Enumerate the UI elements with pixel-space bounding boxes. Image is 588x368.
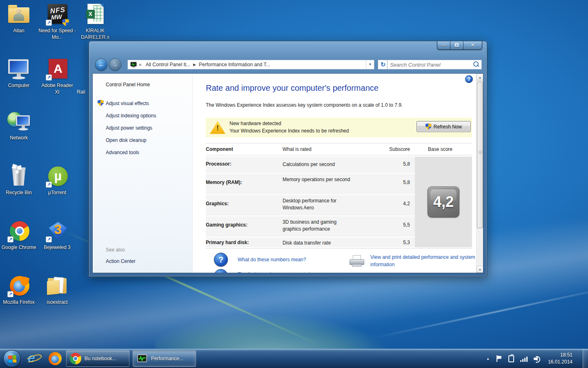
desktop-icon-adobe-reader[interactable]: A ↗ Adobe Reader XI bbox=[38, 57, 76, 95]
scrollbar-thumb[interactable] bbox=[477, 82, 483, 228]
desktop-icon-label: KİRALIK DAİRELER.x bbox=[76, 27, 114, 40]
desktop-icon-google-chrome[interactable]: ↗ Google Chrome bbox=[0, 219, 38, 251]
shortcut-arrow-icon: ↗ bbox=[7, 236, 13, 242]
maximize-button[interactable] bbox=[450, 41, 463, 50]
power-plug-icon[interactable] bbox=[508, 355, 514, 362]
show-desktop-button[interactable] bbox=[583, 349, 588, 368]
back-button[interactable]: ← bbox=[95, 58, 107, 71]
sidebar-item-adjust-visual-effects[interactable]: Adjust visual effects bbox=[106, 101, 149, 106]
subscore-value: 5,5 bbox=[377, 222, 410, 228]
taskbar-icon-firefox[interactable] bbox=[47, 350, 63, 367]
desktop-icon-bejeweled[interactable]: 3 ↗ Bejeweled 3 bbox=[38, 219, 76, 251]
network-icon bbox=[7, 110, 31, 133]
breadcrumb-overflow-chevron[interactable]: « bbox=[139, 62, 142, 67]
rated-description: Disk data transfer rate bbox=[283, 240, 355, 247]
taskbar: e Bu notebook... Performance... ▲ 18: bbox=[0, 349, 588, 368]
navigation-bar: ← → « All Control Panel It... ▶ Performa… bbox=[92, 58, 483, 71]
search-icon[interactable] bbox=[472, 61, 480, 69]
desktop: Altan NFSMW ↗ Need for Speed - Mo... X K… bbox=[0, 0, 588, 368]
search-input[interactable] bbox=[388, 62, 472, 68]
network-signal-icon[interactable] bbox=[520, 356, 528, 362]
sidebar-item-action-center[interactable]: Action Center bbox=[106, 258, 136, 264]
help-icon[interactable]: ? bbox=[465, 75, 473, 83]
desktop-icon-computer[interactable]: Computer bbox=[0, 57, 38, 89]
desktop-icon-label: Computer bbox=[0, 82, 38, 89]
sidebar-item-adjust-indexing-options[interactable]: Adjust indexing options bbox=[106, 113, 156, 119]
base-score-badge: 4,2 bbox=[428, 186, 459, 218]
uac-shield-icon bbox=[98, 100, 104, 106]
rated-description: Desktop performance for Windows Aero bbox=[283, 197, 355, 212]
link-tips-improving[interactable]: Tips for improving your computer's bbox=[238, 272, 312, 273]
taskbar-button-chrome[interactable]: Bu notebook... bbox=[66, 350, 129, 367]
divider bbox=[206, 248, 472, 249]
forward-button[interactable]: → bbox=[109, 58, 121, 71]
breadcrumb-separator-icon: ▶ bbox=[192, 63, 197, 67]
sidebar-item-control-panel-home[interactable]: Control Panel Home bbox=[106, 82, 150, 88]
subscore-value: 5,8 bbox=[377, 161, 410, 167]
taskbar-icon-internet-explorer[interactable]: e bbox=[26, 350, 42, 367]
sidebar: Control Panel Home Adjust visual effects… bbox=[93, 74, 193, 273]
show-hidden-icons-chevron[interactable]: ▲ bbox=[486, 357, 490, 361]
start-button[interactable] bbox=[3, 350, 20, 367]
sidebar-item-adjust-power-settings[interactable]: Adjust power settings bbox=[106, 125, 152, 131]
link-view-print-details[interactable]: View and print detailed performance and … bbox=[370, 254, 476, 268]
action-center-flag-icon[interactable] bbox=[496, 355, 502, 362]
windows-logo-icon bbox=[8, 355, 17, 363]
computer-icon bbox=[7, 57, 31, 81]
component-name: Primary hard disk: bbox=[206, 240, 279, 245]
wei-table: Processor: Calculations per second 5,8 M… bbox=[206, 157, 472, 247]
performance-monitor-icon bbox=[136, 353, 148, 364]
uac-shield-icon bbox=[425, 123, 432, 130]
volume-icon[interactable] bbox=[534, 355, 542, 362]
page-subtitle: The Windows Experience Index assesses ke… bbox=[206, 102, 403, 108]
minimize-button[interactable]: — bbox=[437, 41, 450, 50]
desktop-icon-network[interactable]: Network bbox=[0, 110, 38, 141]
printer-icon bbox=[349, 255, 366, 267]
shortcut-arrow-icon: ↗ bbox=[46, 182, 52, 188]
desktop-icon-firefox[interactable]: ↗ Mozilla Firefox bbox=[0, 274, 38, 305]
scroll-up-arrow[interactable]: ▲ bbox=[477, 74, 483, 81]
taskbar-clock[interactable]: 18:51 16.01.2014 bbox=[548, 352, 572, 366]
divider bbox=[206, 155, 472, 155]
desktop-icon-label: Mozilla Firefox bbox=[0, 299, 38, 305]
sidebar-item-open-disk-cleanup[interactable]: Open disk cleanup bbox=[106, 137, 146, 143]
question-icon: ? bbox=[214, 253, 228, 267]
vertical-scrollbar[interactable]: ▲ ▼ bbox=[476, 74, 483, 273]
desktop-icon-altan[interactable]: Altan bbox=[0, 2, 38, 34]
shortcut-arrow-icon: ↗ bbox=[46, 74, 52, 81]
breadcrumb-item-current[interactable]: Performance Information and T... bbox=[197, 62, 272, 67]
desktop-icon-label: isoextract bbox=[38, 299, 76, 305]
desktop-icon-recycle-bin[interactable]: Recycle Bin bbox=[0, 164, 38, 196]
desktop-icon-kiralik-daireler[interactable]: X KİRALIK DAİRELER.x bbox=[76, 2, 114, 40]
sidebar-item-advanced-tools[interactable]: Advanced tools bbox=[106, 150, 139, 155]
desktop-icon-label: Need for Speed - Mo... bbox=[38, 27, 76, 40]
breadcrumb-item-control-panel[interactable]: All Control Panel It... bbox=[144, 62, 192, 67]
desktop-icon-label: Bejeweled 3 bbox=[38, 244, 76, 251]
column-header-base-score: Base score bbox=[428, 146, 476, 152]
desktop-icon-label: µTorrent bbox=[38, 189, 76, 196]
breadcrumb[interactable]: « All Control Panel It... ▶ Performance … bbox=[127, 60, 374, 70]
desktop-icon-utorrent[interactable]: µ ↗ µTorrent bbox=[38, 164, 76, 196]
maximize-icon bbox=[455, 43, 459, 47]
open-folder-icon bbox=[47, 277, 68, 295]
refresh-now-button[interactable]: Refresh Now bbox=[416, 121, 471, 132]
notice-line2: Your Windows Experience Index needs to b… bbox=[229, 128, 349, 134]
desktop-icon-label-rail[interactable]: Rail bbox=[77, 89, 85, 95]
desktop-icon-label: Network bbox=[0, 135, 38, 141]
desktop-icon-isoextract[interactable]: isoextract bbox=[38, 274, 76, 305]
close-button[interactable]: ✕ bbox=[463, 41, 482, 50]
window-body: Control Panel Home Adjust visual effects… bbox=[92, 73, 483, 273]
scroll-down-arrow[interactable]: ▼ bbox=[477, 266, 483, 273]
desktop-icon-need-for-speed[interactable]: NFSMW ↗ Need for Speed - Mo... bbox=[38, 2, 76, 40]
column-header-component: Component bbox=[206, 146, 233, 152]
chrome-icon bbox=[70, 353, 81, 364]
taskbar-button-performance[interactable]: Performance... bbox=[133, 350, 196, 367]
subscore-value: 5,8 bbox=[377, 180, 410, 185]
page-title: Rate and improve your computer's perform… bbox=[206, 83, 379, 93]
breadcrumb-dropdown-caret[interactable]: ▼ bbox=[366, 60, 374, 69]
main-content: ? Rate and improve your computer's perfo… bbox=[193, 74, 476, 273]
subscore-value: 4,2 bbox=[377, 201, 410, 206]
window-controls: — ✕ bbox=[437, 41, 482, 50]
link-what-do-these-numbers-mean[interactable]: What do these numbers mean? bbox=[238, 257, 306, 263]
component-name: Gaming graphics: bbox=[206, 222, 279, 228]
